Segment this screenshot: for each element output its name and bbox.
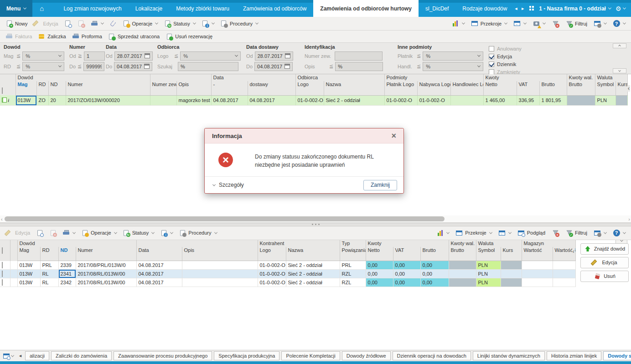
chart-dropdown[interactable]	[449, 19, 467, 29]
row-checkbox[interactable]	[2, 262, 3, 268]
order-row[interactable]: i 013W ZO 20 2017/ZO/013W/000020 magorzk…	[0, 95, 627, 105]
horizontal-scrollbar[interactable]: ‹ ›	[0, 215, 631, 223]
cell-brutto[interactable]: 0,00	[420, 278, 449, 287]
help-dropdown[interactable]: ?	[610, 19, 628, 29]
cell-vat[interactable]: 0,00	[393, 278, 420, 287]
calendar-icon[interactable]	[145, 53, 150, 58]
cell-symbol[interactable]: PLN	[476, 270, 501, 278]
column-header-vat[interactable]: VAT	[393, 247, 420, 261]
column-scroll-left-icon[interactable]: ‹	[627, 85, 630, 92]
cell-mag[interactable]: 013W	[17, 270, 40, 278]
bottom-tab-specyfikacja[interactable]: Specyfikacja produkcyjna	[214, 351, 279, 360]
cell-wartosc-ko[interactable]	[553, 278, 575, 287]
cell-rd[interactable]: RL	[40, 278, 58, 287]
cell-typ[interactable]: PRL	[340, 261, 366, 270]
print-button[interactable]	[88, 19, 106, 29]
cell-kurs[interactable]	[501, 261, 522, 270]
cell-typ[interactable]: RZL	[340, 278, 366, 287]
usun-button[interactable]: Usuń	[580, 271, 629, 282]
cell-wartosc-ko[interactable]	[553, 270, 575, 278]
cell-nazwa[interactable]: Sieć 2 - oddział	[286, 270, 340, 278]
column-header-powiazania[interactable]: Powiązania	[340, 247, 366, 261]
cell-rd[interactable]: ZO	[36, 95, 48, 105]
tab-metody-zbiorki[interactable]: Metody zbiórki towaru	[169, 0, 236, 17]
bottom-procedury-dropdown[interactable]: Procedury	[176, 228, 219, 238]
rd-select[interactable]: %	[22, 62, 64, 71]
cell-typ[interactable]: RZL	[340, 270, 366, 278]
column-header-dostawy[interactable]: dostawy	[248, 81, 295, 95]
cell-wartosc-ko[interactable]	[553, 261, 575, 270]
linked-document-row-selected[interactable]: 013W RL 2341 2017/08/RL/013W/00 04.08.20…	[0, 270, 575, 278]
cell-nazwa[interactable]: Sieć 2 - oddział	[286, 278, 340, 287]
column-header-nazwa[interactable]: Nazwa	[324, 81, 384, 95]
cell-numer[interactable]: 2017/08/RL/013W/00	[76, 270, 136, 278]
checkbox-icon[interactable]	[489, 54, 494, 59]
cell-dostawy[interactable]: 04.08.2017	[248, 95, 295, 105]
cell-kurs[interactable]	[501, 270, 522, 278]
cell-brutto[interactable]: 0,00	[420, 270, 449, 278]
tab-prev-icon[interactable]: ◄	[514, 6, 518, 11]
opis-input[interactable]	[335, 62, 383, 71]
tab-next-icon[interactable]: ►	[521, 6, 525, 11]
bottom-print-button[interactable]	[60, 228, 78, 238]
cell-data[interactable]: 04.08.2017	[211, 95, 248, 105]
row-checkbox[interactable]	[2, 271, 3, 277]
bottom-statusy-dropdown[interactable]: ↻ Statusy	[120, 228, 157, 238]
checkbox-icon[interactable]	[489, 62, 494, 67]
column-header-kurs[interactable]: Kurs	[501, 247, 522, 261]
cell-mag[interactable]: 013W	[17, 278, 40, 287]
odbiorca-logo-select[interactable]: %	[180, 51, 241, 61]
tab-zamowienia-hurtowy-active[interactable]: Zamówienia od odbiorców hurtowy	[313, 0, 419, 17]
statusy-dropdown[interactable]: ↻ Statusy	[161, 19, 198, 29]
column-header-opis[interactable]: Opis	[182, 247, 258, 261]
bottom-operacje-dropdown[interactable]: Operacje	[78, 228, 119, 238]
scroll-left-icon[interactable]: ‹	[1, 215, 3, 223]
cell-numer-zew[interactable]	[150, 95, 176, 105]
cell-data[interactable]: 04.08.2017	[136, 261, 182, 270]
bottom-clear-filter-button[interactable]: ×	[549, 228, 562, 238]
scroll-right-icon[interactable]: ›	[628, 215, 630, 223]
bottom-tab-dziennik[interactable]: Dziennik operacji na dowodach	[393, 351, 471, 360]
cell-numer[interactable]: 2017/ZO/013W/000020	[66, 95, 150, 105]
bottom-grid-settings-dropdown[interactable]	[591, 228, 609, 238]
panel-splitter[interactable]	[0, 223, 631, 226]
snapshot-dropdown[interactable]	[530, 19, 548, 29]
tab-lokalizacje[interactable]: Lokalizacje	[129, 0, 169, 17]
tab-log-zmian[interactable]: Log zmian rozwojowych	[57, 0, 128, 17]
bottom-preview-document-button[interactable]	[33, 228, 46, 238]
sprzedaz-utracona-button[interactable]: Sprzedaż utracona	[105, 31, 162, 41]
tab-rodzaje-dowodow[interactable]: Rodzaje dowodów	[455, 0, 514, 17]
bottom-filtruj-button[interactable]: ✓ Filtruj	[563, 228, 590, 238]
column-header-wartosc[interactable]: Wartość	[522, 247, 553, 261]
mag-select[interactable]: %	[22, 51, 64, 61]
row-checkbox[interactable]	[2, 97, 7, 103]
cell-handlowiec[interactable]	[450, 95, 483, 105]
column-header-mag[interactable]: Mag	[16, 81, 36, 95]
bottom-tab-historia[interactable]: Historia zmian linijek	[547, 351, 601, 360]
linked-document-row[interactable]: 013W PRL 2339 2017/08/PRL/013W/0 04.08.2…	[0, 261, 575, 270]
cell-nd[interactable]: 20	[48, 95, 66, 105]
filter-collapse-button[interactable]	[613, 68, 626, 73]
column-header-opis[interactable]: Opis	[176, 81, 211, 95]
cell-symbol[interactable]: PLN	[476, 261, 501, 270]
clear-filter-button[interactable]: ×	[549, 19, 562, 29]
linked-document-row[interactable]: 013W RL 2342 2017/08/RL/013W/00 04.08.20…	[0, 278, 575, 287]
dialog-close-icon[interactable]: ×	[391, 132, 396, 140]
panel-collapse-button[interactable]	[615, 240, 627, 244]
column-header-handlowiec-logo[interactable]: Handlowiec Logo	[450, 81, 483, 95]
cell-symbol[interactable]: PLN	[595, 95, 615, 105]
bottom-chart-dropdown[interactable]	[434, 228, 452, 238]
column-header-numer[interactable]: Numer	[66, 81, 150, 95]
zamknij-button[interactable]: Zamknij	[363, 180, 397, 190]
column-header-symbol[interactable]: Symbol	[595, 81, 615, 95]
navigate-back-dropdown[interactable]: ←	[511, 19, 529, 29]
column-header-brutto[interactable]: Brutto	[420, 247, 449, 261]
column-header-rd[interactable]: RD	[40, 247, 58, 261]
column-header-nabywca-logo[interactable]: Nabywca Logo	[417, 81, 450, 95]
cell-nazwa[interactable]: Sieć 2 - oddział	[286, 261, 340, 270]
bottom-document-relations-dropdown[interactable]: ⋮	[157, 228, 176, 238]
podglad-button[interactable]: Podgląd	[515, 228, 548, 238]
cell-rd[interactable]: PRL	[40, 261, 58, 270]
procedury-dropdown[interactable]: Procedury	[217, 19, 261, 29]
column-header-rd[interactable]: RD	[36, 81, 48, 95]
